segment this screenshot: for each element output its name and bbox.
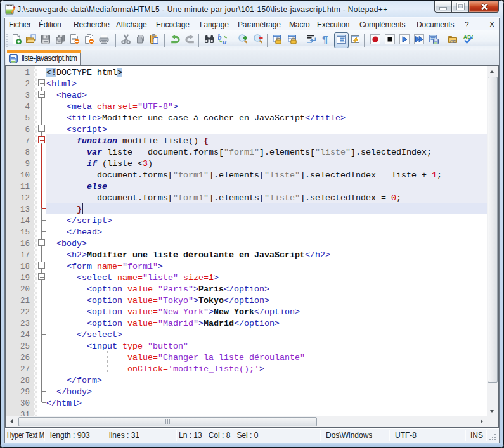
svg-text:¶: ¶ xyxy=(322,34,328,44)
